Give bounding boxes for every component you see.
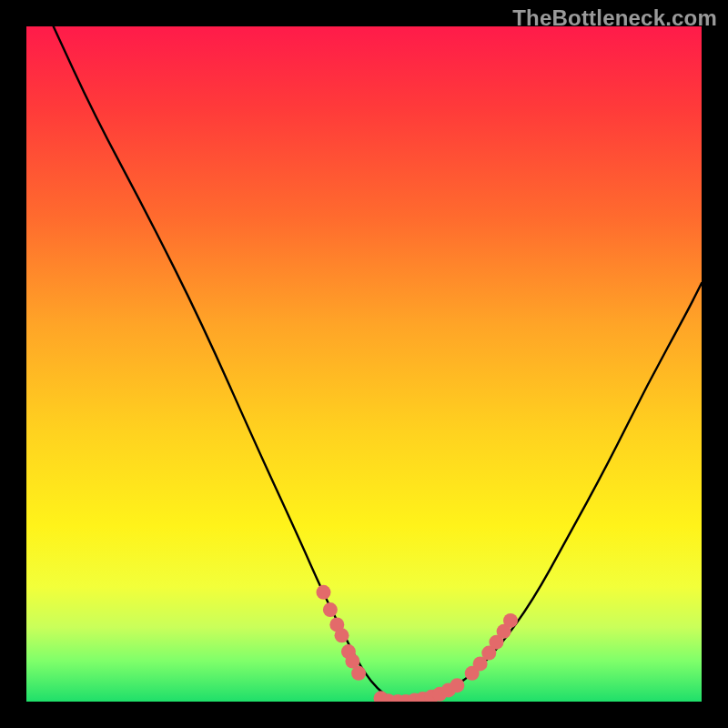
main-curve bbox=[54, 26, 702, 702]
dot bbox=[323, 602, 338, 617]
dot bbox=[335, 628, 349, 642]
watermark-text: TheBottleneck.com bbox=[512, 5, 717, 31]
dot bbox=[450, 678, 464, 693]
dot bbox=[316, 585, 330, 600]
dots-left bbox=[316, 585, 366, 681]
dots-bottom bbox=[374, 678, 465, 702]
dots-right bbox=[465, 613, 518, 681]
plot-area bbox=[26, 26, 702, 702]
chart-frame: TheBottleneck.com bbox=[0, 0, 728, 728]
dot bbox=[503, 613, 518, 628]
dot bbox=[351, 666, 366, 681]
chart-svg bbox=[26, 26, 702, 702]
